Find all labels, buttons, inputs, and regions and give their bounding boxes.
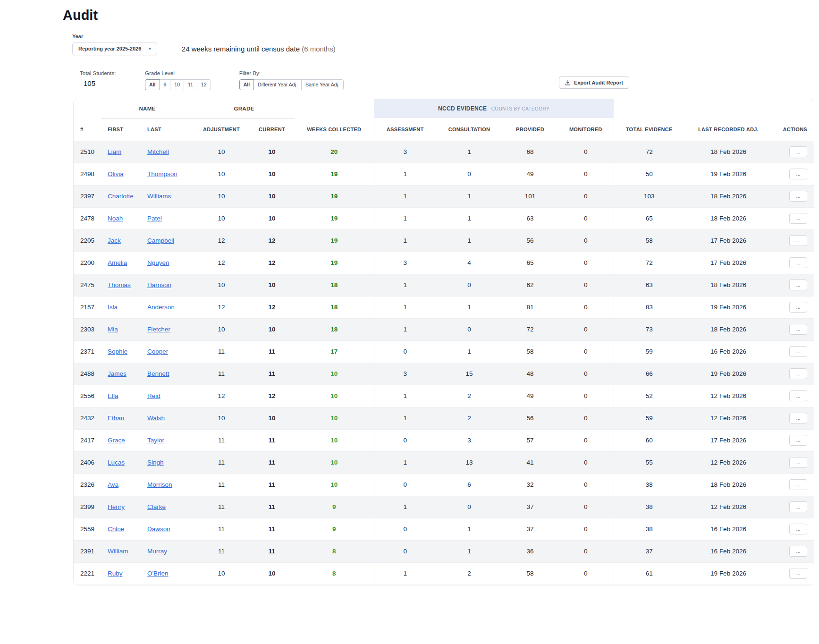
first-name-link[interactable]: Ava <box>108 481 118 488</box>
table-row: 2371SophieCooper111117015805916 Feb 2026… <box>74 340 814 363</box>
total-evidence: 65 <box>614 207 684 229</box>
current-grade: 12 <box>249 385 295 407</box>
first-name-link[interactable]: Ella <box>108 392 118 399</box>
grade-level-filter-option[interactable]: 11 <box>184 79 197 90</box>
last-name-link[interactable]: Singh <box>147 459 164 466</box>
row-actions-button[interactable]: ... <box>789 390 807 401</box>
last-name-link[interactable]: Mitchell <box>147 148 169 155</box>
grade-level-filter-option[interactable]: 12 <box>197 79 211 90</box>
last-recorded-adj: 18 Feb 2026 <box>684 318 772 340</box>
first-name-link[interactable]: Ethan <box>108 415 124 422</box>
first-name-link[interactable]: Grace <box>108 437 125 444</box>
last-name-link[interactable]: Morrison <box>147 481 172 488</box>
first-name-link[interactable]: Thomas <box>108 281 131 288</box>
adjustment-filter-option[interactable]: All <box>239 79 254 90</box>
last-name-link[interactable]: O'Brien <box>147 570 169 577</box>
consultation-count: 1 <box>436 141 502 163</box>
last-name-link[interactable]: Reid <box>147 392 160 399</box>
grade-level-filter-option[interactable]: 9 <box>160 79 171 90</box>
row-actions-button[interactable]: ... <box>789 235 807 246</box>
group-header-spacer <box>614 99 814 118</box>
provided-count: 57 <box>502 429 558 451</box>
consultation-count: 4 <box>436 252 502 274</box>
row-actions-button[interactable]: ... <box>789 568 807 579</box>
last-name-link[interactable]: Williams <box>147 193 171 200</box>
last-name-link[interactable]: Clarke <box>147 503 166 510</box>
last-name-link[interactable]: Thompson <box>147 170 177 178</box>
first-name-link[interactable]: Lucas <box>108 459 125 466</box>
column-header-actions: ACTIONS <box>772 118 814 141</box>
row-actions-button[interactable]: ... <box>789 302 807 313</box>
adjustment-filter-option[interactable]: Same Year Adj. <box>301 79 344 90</box>
current-grade: 10 <box>249 274 295 296</box>
total-evidence: 52 <box>614 385 684 407</box>
adjustment-grade: 10 <box>194 207 249 229</box>
student-id: 2559 <box>74 518 101 540</box>
census-text: 24 weeks remaining until census date <box>182 45 300 53</box>
first-name-link[interactable]: Charlotte <box>108 193 134 200</box>
last-name-link[interactable]: Dawson <box>147 525 170 533</box>
last-name-link[interactable]: Cooper <box>147 348 168 355</box>
first-name-link[interactable]: Henry <box>108 503 125 510</box>
last-name-link[interactable]: Anderson <box>147 304 175 311</box>
grade-level-filter-option[interactable]: All <box>145 79 160 90</box>
last-name-link[interactable]: Fletcher <box>147 326 170 333</box>
first-name-link[interactable]: Isla <box>108 304 118 311</box>
row-actions-button[interactable]: ... <box>789 346 807 357</box>
last-name-link[interactable]: Murray <box>147 548 167 555</box>
row-actions-button[interactable]: ... <box>789 479 807 490</box>
first-name-link[interactable]: Liam <box>108 148 121 155</box>
row-actions-button[interactable]: ... <box>789 457 807 468</box>
row-actions-button[interactable]: ... <box>789 257 807 268</box>
total-evidence: 55 <box>614 451 684 474</box>
counts-by-category-label: COUNTS BY CATEGORY <box>491 106 549 111</box>
last-name-link[interactable]: Campbell <box>147 237 174 244</box>
first-name-link[interactable]: Jack <box>108 237 121 244</box>
row-actions-button[interactable]: ... <box>789 324 807 335</box>
first-name-link[interactable]: James <box>108 370 127 377</box>
first-name-link[interactable]: Ruby <box>108 570 123 577</box>
first-name-link[interactable]: Olivia <box>108 170 124 178</box>
row-actions-button[interactable]: ... <box>789 368 807 379</box>
row-actions-button[interactable]: ... <box>789 146 807 157</box>
table-row: 2498OliviaThompson101019104905019 Feb 20… <box>74 163 814 185</box>
row-actions-button[interactable]: ... <box>789 280 807 290</box>
row-actions-button[interactable]: ... <box>789 191 807 202</box>
first-name-link[interactable]: Amelia <box>108 259 127 266</box>
last-name-link[interactable]: Harrison <box>147 281 171 288</box>
last-recorded-adj: 12 Feb 2026 <box>684 451 772 474</box>
student-id: 2157 <box>74 296 101 318</box>
last-name-link[interactable]: Walsh <box>147 415 165 422</box>
weeks-collected: 18 <box>295 318 374 340</box>
last-name-link[interactable]: Nguyen <box>147 259 169 266</box>
current-grade: 11 <box>249 429 295 451</box>
first-name-link[interactable]: Mia <box>108 326 118 333</box>
row-actions-button[interactable]: ... <box>789 169 807 179</box>
row-actions-button[interactable]: ... <box>789 413 807 424</box>
weeks-collected: 19 <box>295 252 374 274</box>
row-actions-button[interactable]: ... <box>789 524 807 534</box>
adjustment-filter-option[interactable]: Different Year Adj. <box>253 79 302 90</box>
row-actions-button[interactable]: ... <box>789 435 807 446</box>
total-evidence: 73 <box>614 318 684 340</box>
first-name-link[interactable]: Sophie <box>108 348 127 355</box>
assessment-count: 0 <box>374 474 436 496</box>
grade-level-filter-option[interactable]: 10 <box>170 79 184 90</box>
row-actions-button[interactable]: ... <box>789 501 807 512</box>
first-name-link[interactable]: William <box>108 548 128 555</box>
table-row: 2510LiamMitchell101020316807218 Feb 2026… <box>74 141 814 163</box>
last-name-link[interactable]: Bennett <box>147 370 169 377</box>
year-select-value: Reporting year 2025-2026 <box>78 46 141 51</box>
total-evidence: 63 <box>614 274 684 296</box>
last-name-link[interactable]: Taylor <box>147 437 164 444</box>
year-select[interactable]: Reporting year 2025-2026 ▾ <box>72 42 157 55</box>
row-actions-button[interactable]: ... <box>789 546 807 557</box>
row-actions-button[interactable]: ... <box>789 213 807 224</box>
student-id: 2417 <box>74 429 101 451</box>
export-audit-report-button[interactable]: Export Audit Report <box>559 76 629 89</box>
last-name-link[interactable]: Patel <box>147 215 162 222</box>
first-name-link[interactable]: Chloe <box>108 525 124 533</box>
first-name-link[interactable]: Noah <box>108 215 123 222</box>
provided-count: 58 <box>502 562 558 585</box>
table-row: 2205JackCampbell121219115605817 Feb 2026… <box>74 229 814 252</box>
